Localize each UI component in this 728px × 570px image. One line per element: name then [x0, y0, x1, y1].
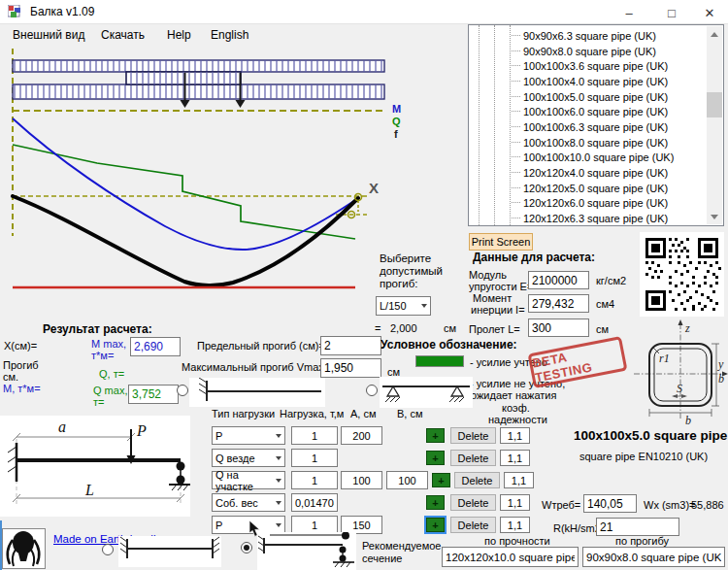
tree-connector: [512, 81, 520, 82]
load-value-input[interactable]: [291, 449, 338, 467]
legend-deflection: f: [394, 128, 398, 141]
tree-item[interactable]: 100x100x6.3 square pipe (UK): [512, 119, 668, 134]
load-type-select[interactable]: Q на участке: [212, 471, 285, 489]
limit-deflection-input[interactable]: [320, 336, 381, 355]
inertia-label2: инерции I=: [471, 304, 525, 317]
mmax-label2: т*м=: [91, 350, 114, 362]
delete-load-button[interactable]: Delete: [450, 450, 496, 466]
inertia-input[interactable]: [528, 294, 589, 313]
safety-factor-input[interactable]: [500, 494, 530, 511]
scheme-fixed-roller-radio[interactable]: [241, 542, 252, 553]
deflection-select-label2: допустимый: [380, 265, 443, 278]
apply-load-button[interactable]: +: [426, 451, 445, 465]
mmax-output[interactable]: [130, 337, 181, 356]
delete-load-button[interactable]: Delete: [450, 517, 496, 533]
recommend-label1: Рекомендуемое: [362, 540, 442, 553]
tree-connector: [512, 111, 520, 112]
beam-app-window: Балка v1.09 – □ ✕ Внешний вид Скачать He…: [0, 0, 728, 570]
load-p-label: P: [136, 422, 147, 439]
scrollbar-thumb[interactable]: [707, 92, 722, 117]
deflection-section-output[interactable]: [582, 547, 725, 567]
scroll-down-icon: [711, 215, 718, 219]
print-screen-button[interactable]: Print Screen: [469, 233, 533, 251]
tree-item[interactable]: 90x90x6.3 square pipe (UK): [512, 28, 656, 43]
legend-moment: M: [392, 103, 401, 116]
menu-appearance[interactable]: Внешний вид: [6, 25, 91, 45]
scroll-up-button[interactable]: [707, 26, 722, 42]
chevron-down-icon: [276, 479, 281, 483]
apply-load-button[interactable]: +: [426, 495, 445, 510]
tree-item[interactable]: 120x120x4.0 square pipe (UK): [512, 165, 668, 180]
apply-load-button[interactable]: +: [426, 518, 445, 532]
app-icon: [8, 5, 22, 19]
modulus-input[interactable]: [528, 271, 589, 289]
vmax-output[interactable]: [320, 358, 381, 378]
tree-item[interactable]: 100x100x5.0 square pipe (UK): [512, 89, 668, 104]
section-title: 100x100x5.0 square pipe: [574, 428, 727, 444]
delete-load-button[interactable]: Delete: [450, 494, 496, 511]
strength-section-output[interactable]: [442, 547, 579, 567]
computed-deflection-unit: см: [444, 322, 456, 335]
moment-curve: [13, 118, 358, 250]
x-axis-label: X: [369, 180, 379, 196]
dim-b-right-label: b: [718, 372, 724, 386]
maximize-button[interactable]: □: [657, 3, 686, 22]
deflection-ratio-value: L/150: [380, 300, 407, 312]
tree-connector: [512, 142, 520, 143]
safety-factor-input[interactable]: [500, 427, 530, 444]
resistance-input[interactable]: [596, 518, 679, 536]
tree-connector: [512, 172, 520, 173]
qmax-output[interactable]: [128, 385, 179, 404]
menu-english[interactable]: English: [204, 25, 255, 45]
computed-deflection: 2,000: [390, 322, 417, 335]
section-drawing: z y b b r1 S: [629, 319, 728, 429]
qmax-label2: т=: [93, 396, 104, 409]
scheme-simply-supported-radio[interactable]: [366, 385, 378, 396]
scheme-cantilever-radio[interactable]: [177, 385, 188, 396]
apply-load-button[interactable]: +: [432, 473, 450, 487]
load-value-input[interactable]: [291, 471, 338, 489]
load-type-select[interactable]: P: [212, 426, 285, 445]
delete-load-button[interactable]: Delete: [454, 472, 500, 488]
apply-load-button[interactable]: +: [426, 428, 445, 443]
load-type-select[interactable]: Q везде: [212, 449, 285, 467]
scroll-down-button[interactable]: [707, 209, 722, 224]
load-type-select[interactable]: Соб. вес: [212, 493, 285, 512]
tree-item[interactable]: 120x120x6.0 square pipe (UK): [512, 195, 668, 210]
pending-force-label2: ожидает нажатия: [471, 389, 556, 402]
qr-code: [640, 232, 724, 317]
safety-factor-input[interactable]: [500, 450, 530, 466]
load-value-input[interactable]: [291, 493, 338, 512]
safety-factor-input[interactable]: [504, 472, 534, 488]
wreq-input[interactable]: [583, 494, 637, 513]
minimize-button[interactable]: –: [614, 3, 644, 22]
menu-download[interactable]: Скачать: [94, 25, 151, 45]
beta-testing-stamp: BETA TESTING: [527, 336, 627, 388]
tree-item[interactable]: 90x90x8.0 square pipe (UK): [512, 44, 656, 58]
tree-item[interactable]: 120x120x6.3 square pipe (UK): [512, 211, 668, 225]
tree-scrollbar[interactable]: [707, 26, 722, 224]
load-a-input[interactable]: [341, 426, 382, 445]
thickness-label: S: [677, 382, 682, 395]
load-a-input[interactable]: [341, 471, 382, 489]
tree-item[interactable]: 100x100x8.0 square pipe (UK): [512, 135, 668, 150]
deflection-ratio-select[interactable]: L/150: [376, 296, 431, 316]
pipe-section-tree[interactable]: 90x90x6.3 square pipe (UK) 90x90x8.0 squ…: [468, 24, 724, 226]
safety-factor-input[interactable]: [500, 517, 530, 533]
close-button[interactable]: ✕: [695, 3, 724, 22]
load-b-input[interactable]: [386, 471, 428, 489]
q-readout-label: Q, т=: [99, 368, 124, 381]
strength-label: по прочности: [484, 535, 550, 548]
wx-value: 55,886: [691, 499, 724, 512]
delete-load-button[interactable]: Delete: [450, 427, 496, 444]
span-input[interactable]: [528, 319, 589, 337]
tree-item[interactable]: 120x120x5.0 square pipe (UK): [512, 181, 668, 195]
menu-help[interactable]: Help: [160, 25, 198, 45]
tree-item[interactable]: 100x100x4.0 square pipe (UK): [512, 74, 668, 88]
tree-item[interactable]: 100x100x6.0 square pipe (UK): [512, 104, 668, 118]
results-title: Результат расчета:: [43, 323, 152, 337]
tree-item[interactable]: 100x100x3.6 square pipe (UK): [512, 58, 668, 73]
scheme-fixed-fixed-radio[interactable]: [102, 544, 114, 555]
tree-item[interactable]: 100x100x10.0 square pipe (UK): [512, 150, 674, 164]
load-value-input[interactable]: [291, 426, 338, 445]
